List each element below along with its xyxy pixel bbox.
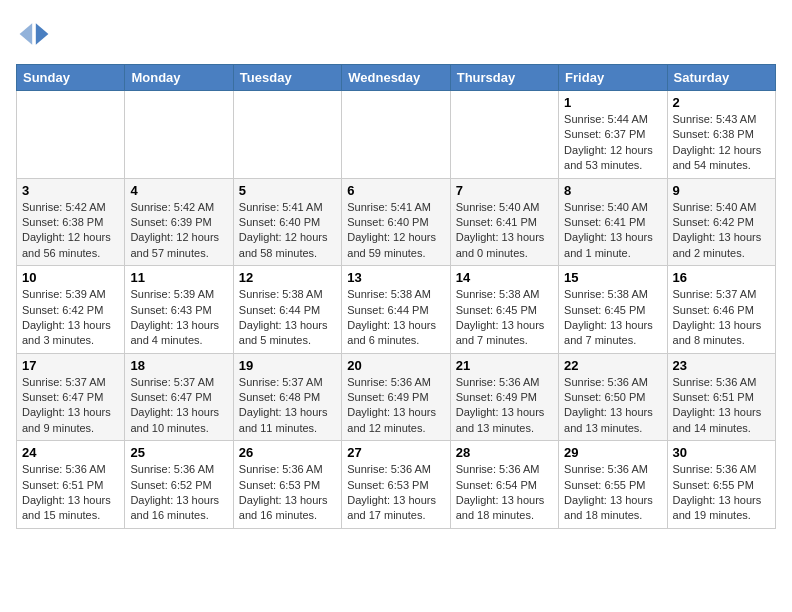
calendar-table: SundayMondayTuesdayWednesdayThursdayFrid…	[16, 64, 776, 529]
weekday-header: Monday	[125, 65, 233, 91]
day-number: 1	[564, 95, 661, 110]
day-info: Sunrise: 5:38 AMSunset: 6:44 PMDaylight:…	[239, 287, 336, 349]
calendar-cell	[17, 91, 125, 179]
calendar-cell: 15Sunrise: 5:38 AMSunset: 6:45 PMDayligh…	[559, 266, 667, 354]
day-number: 19	[239, 358, 336, 373]
calendar-cell: 6Sunrise: 5:41 AMSunset: 6:40 PMDaylight…	[342, 178, 450, 266]
calendar-cell: 4Sunrise: 5:42 AMSunset: 6:39 PMDaylight…	[125, 178, 233, 266]
day-info: Sunrise: 5:42 AMSunset: 6:39 PMDaylight:…	[130, 200, 227, 262]
day-info: Sunrise: 5:36 AMSunset: 6:53 PMDaylight:…	[347, 462, 444, 524]
day-number: 14	[456, 270, 553, 285]
day-info: Sunrise: 5:37 AMSunset: 6:48 PMDaylight:…	[239, 375, 336, 437]
calendar-cell: 20Sunrise: 5:36 AMSunset: 6:49 PMDayligh…	[342, 353, 450, 441]
page-header	[16, 16, 776, 52]
day-info: Sunrise: 5:42 AMSunset: 6:38 PMDaylight:…	[22, 200, 119, 262]
weekday-header: Saturday	[667, 65, 775, 91]
day-number: 7	[456, 183, 553, 198]
calendar-cell: 10Sunrise: 5:39 AMSunset: 6:42 PMDayligh…	[17, 266, 125, 354]
calendar-week-row: 10Sunrise: 5:39 AMSunset: 6:42 PMDayligh…	[17, 266, 776, 354]
day-info: Sunrise: 5:38 AMSunset: 6:45 PMDaylight:…	[564, 287, 661, 349]
day-info: Sunrise: 5:36 AMSunset: 6:51 PMDaylight:…	[673, 375, 770, 437]
day-info: Sunrise: 5:36 AMSunset: 6:51 PMDaylight:…	[22, 462, 119, 524]
day-info: Sunrise: 5:37 AMSunset: 6:46 PMDaylight:…	[673, 287, 770, 349]
calendar-cell: 26Sunrise: 5:36 AMSunset: 6:53 PMDayligh…	[233, 441, 341, 529]
calendar-cell: 2Sunrise: 5:43 AMSunset: 6:38 PMDaylight…	[667, 91, 775, 179]
weekday-header: Tuesday	[233, 65, 341, 91]
day-number: 5	[239, 183, 336, 198]
day-info: Sunrise: 5:40 AMSunset: 6:42 PMDaylight:…	[673, 200, 770, 262]
calendar-cell: 13Sunrise: 5:38 AMSunset: 6:44 PMDayligh…	[342, 266, 450, 354]
day-info: Sunrise: 5:36 AMSunset: 6:49 PMDaylight:…	[347, 375, 444, 437]
day-number: 20	[347, 358, 444, 373]
day-number: 8	[564, 183, 661, 198]
day-number: 2	[673, 95, 770, 110]
weekday-header-row: SundayMondayTuesdayWednesdayThursdayFrid…	[17, 65, 776, 91]
logo-icon	[16, 16, 52, 52]
day-info: Sunrise: 5:39 AMSunset: 6:42 PMDaylight:…	[22, 287, 119, 349]
calendar-cell: 7Sunrise: 5:40 AMSunset: 6:41 PMDaylight…	[450, 178, 558, 266]
day-info: Sunrise: 5:36 AMSunset: 6:49 PMDaylight:…	[456, 375, 553, 437]
day-number: 24	[22, 445, 119, 460]
day-number: 13	[347, 270, 444, 285]
svg-marker-1	[20, 23, 33, 45]
day-info: Sunrise: 5:41 AMSunset: 6:40 PMDaylight:…	[347, 200, 444, 262]
day-info: Sunrise: 5:37 AMSunset: 6:47 PMDaylight:…	[22, 375, 119, 437]
day-number: 28	[456, 445, 553, 460]
calendar-cell: 25Sunrise: 5:36 AMSunset: 6:52 PMDayligh…	[125, 441, 233, 529]
day-info: Sunrise: 5:37 AMSunset: 6:47 PMDaylight:…	[130, 375, 227, 437]
calendar-cell: 8Sunrise: 5:40 AMSunset: 6:41 PMDaylight…	[559, 178, 667, 266]
day-info: Sunrise: 5:36 AMSunset: 6:54 PMDaylight:…	[456, 462, 553, 524]
day-number: 17	[22, 358, 119, 373]
calendar-cell: 30Sunrise: 5:36 AMSunset: 6:55 PMDayligh…	[667, 441, 775, 529]
calendar-cell	[233, 91, 341, 179]
calendar-cell: 18Sunrise: 5:37 AMSunset: 6:47 PMDayligh…	[125, 353, 233, 441]
day-number: 22	[564, 358, 661, 373]
day-number: 23	[673, 358, 770, 373]
day-info: Sunrise: 5:36 AMSunset: 6:52 PMDaylight:…	[130, 462, 227, 524]
weekday-header: Friday	[559, 65, 667, 91]
calendar-cell	[450, 91, 558, 179]
day-number: 18	[130, 358, 227, 373]
calendar-cell: 21Sunrise: 5:36 AMSunset: 6:49 PMDayligh…	[450, 353, 558, 441]
day-info: Sunrise: 5:36 AMSunset: 6:53 PMDaylight:…	[239, 462, 336, 524]
calendar-cell: 3Sunrise: 5:42 AMSunset: 6:38 PMDaylight…	[17, 178, 125, 266]
calendar-cell: 16Sunrise: 5:37 AMSunset: 6:46 PMDayligh…	[667, 266, 775, 354]
day-info: Sunrise: 5:36 AMSunset: 6:55 PMDaylight:…	[673, 462, 770, 524]
day-number: 26	[239, 445, 336, 460]
day-number: 10	[22, 270, 119, 285]
day-number: 25	[130, 445, 227, 460]
day-info: Sunrise: 5:40 AMSunset: 6:41 PMDaylight:…	[564, 200, 661, 262]
day-number: 30	[673, 445, 770, 460]
day-number: 29	[564, 445, 661, 460]
calendar-cell	[125, 91, 233, 179]
day-number: 9	[673, 183, 770, 198]
day-number: 4	[130, 183, 227, 198]
weekday-header: Wednesday	[342, 65, 450, 91]
day-info: Sunrise: 5:41 AMSunset: 6:40 PMDaylight:…	[239, 200, 336, 262]
calendar-cell: 22Sunrise: 5:36 AMSunset: 6:50 PMDayligh…	[559, 353, 667, 441]
day-number: 15	[564, 270, 661, 285]
calendar-week-row: 17Sunrise: 5:37 AMSunset: 6:47 PMDayligh…	[17, 353, 776, 441]
day-info: Sunrise: 5:36 AMSunset: 6:50 PMDaylight:…	[564, 375, 661, 437]
calendar-week-row: 3Sunrise: 5:42 AMSunset: 6:38 PMDaylight…	[17, 178, 776, 266]
calendar-cell: 5Sunrise: 5:41 AMSunset: 6:40 PMDaylight…	[233, 178, 341, 266]
day-info: Sunrise: 5:44 AMSunset: 6:37 PMDaylight:…	[564, 112, 661, 174]
day-number: 27	[347, 445, 444, 460]
svg-marker-0	[36, 23, 49, 45]
calendar-cell	[342, 91, 450, 179]
calendar-cell: 9Sunrise: 5:40 AMSunset: 6:42 PMDaylight…	[667, 178, 775, 266]
calendar-week-row: 24Sunrise: 5:36 AMSunset: 6:51 PMDayligh…	[17, 441, 776, 529]
day-info: Sunrise: 5:36 AMSunset: 6:55 PMDaylight:…	[564, 462, 661, 524]
logo	[16, 16, 56, 52]
calendar-cell: 27Sunrise: 5:36 AMSunset: 6:53 PMDayligh…	[342, 441, 450, 529]
calendar-cell: 19Sunrise: 5:37 AMSunset: 6:48 PMDayligh…	[233, 353, 341, 441]
day-number: 16	[673, 270, 770, 285]
day-info: Sunrise: 5:43 AMSunset: 6:38 PMDaylight:…	[673, 112, 770, 174]
calendar-cell: 24Sunrise: 5:36 AMSunset: 6:51 PMDayligh…	[17, 441, 125, 529]
calendar-cell: 23Sunrise: 5:36 AMSunset: 6:51 PMDayligh…	[667, 353, 775, 441]
calendar-cell: 17Sunrise: 5:37 AMSunset: 6:47 PMDayligh…	[17, 353, 125, 441]
day-number: 12	[239, 270, 336, 285]
weekday-header: Sunday	[17, 65, 125, 91]
calendar-cell: 28Sunrise: 5:36 AMSunset: 6:54 PMDayligh…	[450, 441, 558, 529]
day-number: 21	[456, 358, 553, 373]
